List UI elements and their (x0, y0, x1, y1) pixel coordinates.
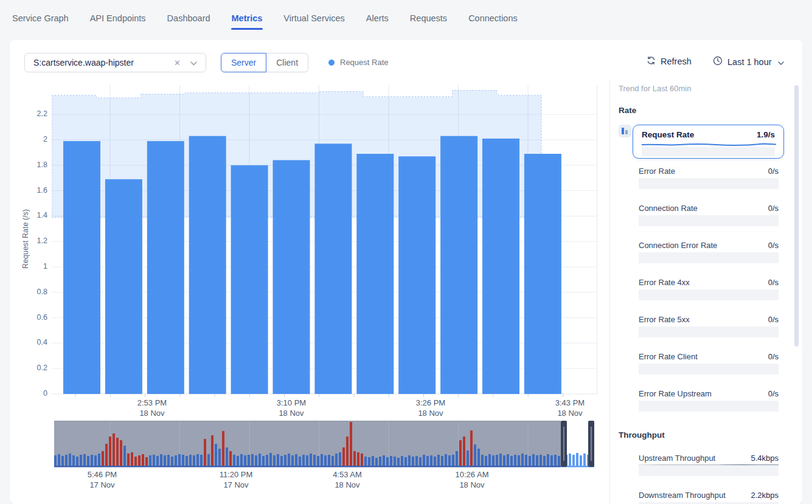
section-title-rate: Rate (619, 106, 636, 115)
metric-value: 0/s (768, 352, 779, 361)
x-axis-label: 3:43 PM18 Nov (543, 398, 597, 418)
metrics-panel: S:cartservice.waap-hipster ✕ Server Clie… (10, 40, 802, 504)
sparkline-area (639, 401, 779, 412)
metric-value: 0/s (768, 315, 779, 324)
metric-item-upstream-throughput[interactable]: Upstream Throughput5.4kbps (639, 454, 779, 478)
metric-value: 2.2kbps (751, 491, 779, 500)
metric-item-error-rate[interactable]: Error Rate0/s (639, 167, 779, 191)
nav-tab-metrics[interactable]: Metrics (232, 0, 263, 36)
metric-label: Error Rate Client (639, 352, 698, 361)
metric-label: Error Rate 4xx (639, 278, 690, 287)
x-axis-label: 3:10 PM18 Nov (264, 398, 319, 418)
metric-item-connection-rate[interactable]: Connection Rate0/s (639, 204, 779, 228)
metric-value: 1.9/s (757, 130, 775, 139)
nav-tab-service-graph[interactable]: Service Graph (12, 0, 69, 36)
server-toggle-button[interactable]: Server (221, 53, 266, 72)
metric-label: Error Rate (639, 167, 675, 176)
sparkline-area (639, 215, 779, 226)
legend-dot-icon (328, 60, 335, 66)
chart-legend: Request Rate (328, 58, 389, 67)
clear-icon[interactable]: ✕ (174, 58, 181, 67)
timeline-navigator-chart[interactable] (54, 421, 594, 471)
refresh-icon (647, 56, 656, 67)
metric-label: Downstream Throughput (639, 491, 726, 500)
metric-item-error-rate-5xx[interactable]: Error Rate 5xx0/s (639, 315, 779, 339)
sparkline-area (639, 465, 779, 476)
metric-item-connection-error-rate[interactable]: Connection Error Rate0/s (639, 241, 779, 265)
chevron-down-icon (778, 57, 784, 67)
sparkline-area (642, 147, 775, 156)
clock-icon (713, 56, 723, 67)
metric-item-downstream-throughput[interactable]: Downstream Throughput2.2kbps (639, 491, 779, 504)
metric-item-error-rate-4xx[interactable]: Error Rate 4xx0/s (639, 278, 779, 302)
sidebar-divider (609, 79, 610, 504)
sparkline-area (639, 289, 779, 300)
nav-tab-requests[interactable]: Requests (410, 0, 447, 36)
time-range-label: Last 1 hour (727, 57, 772, 67)
metric-value: 5.4kbps (751, 454, 779, 463)
legend-label: Request Rate (340, 58, 389, 67)
metric-value: 0/s (768, 389, 779, 398)
metric-value: 0/s (768, 167, 779, 176)
time-range-selector[interactable]: Last 1 hour (713, 56, 784, 67)
bar-chart-icon (619, 125, 631, 137)
metric-value: 0/s (768, 278, 779, 287)
service-selector-value: S:cartservice.waap-hipster (33, 58, 174, 67)
server-client-toggle: Server Client (221, 53, 308, 72)
metric-value: 0/s (768, 241, 779, 250)
nav-tab-dashboard[interactable]: Dashboard (167, 0, 210, 36)
metric-label: Connection Error Rate (639, 241, 717, 250)
trend-title: Trend for Last 60min (619, 84, 691, 93)
metric-value: 0/s (768, 204, 779, 213)
metric-item-error-rate-client[interactable]: Error Rate Client0/s (639, 352, 779, 376)
x-axis-label: 2:53 PM18 Nov (125, 398, 179, 418)
metric-item-error-rate-upstream[interactable]: Error Rate Upstream0/s (639, 389, 779, 413)
sparkline-area (639, 326, 779, 337)
section-title-throughput: Throughput (619, 430, 665, 440)
sparkline-area (639, 252, 779, 263)
nav-tab-alerts[interactable]: Alerts (366, 0, 389, 36)
navigator-axis-label: 11:20 PM17 Nov (209, 469, 263, 490)
sparkline-area (639, 364, 779, 375)
metric-card-request-rate[interactable]: Request Rate 1.9/s (633, 125, 784, 159)
request-rate-bar-chart (52, 85, 597, 400)
service-selector[interactable]: S:cartservice.waap-hipster ✕ (24, 53, 206, 72)
metric-label: Connection Rate (639, 204, 698, 213)
client-toggle-button[interactable]: Client (266, 53, 308, 72)
sparkline-area (639, 178, 779, 189)
chevron-down-icon[interactable] (190, 58, 197, 67)
refresh-label: Refresh (661, 57, 692, 66)
x-axis-label: 3:26 PM18 Nov (403, 398, 458, 418)
nav-tab-virtual-services[interactable]: Virtual Services (283, 0, 344, 36)
sidebar-scrollbar-thumb[interactable] (794, 85, 799, 347)
request-rate-sparkline (642, 141, 776, 147)
nav-tab-connections[interactable]: Connections (468, 0, 518, 36)
metric-label: Error Rate Upstream (639, 389, 712, 398)
navigator-axis-label: 4:53 AM18 Nov (320, 469, 375, 490)
nav-tab-api-endpoints[interactable]: API Endpoints (90, 0, 146, 36)
top-nav: Service GraphAPI EndpointsDashboardMetri… (0, 0, 812, 36)
metric-label: Upstream Throughput (639, 454, 715, 463)
metric-label: Request Rate (642, 130, 694, 139)
navigator-axis-label: 10:26 AM18 Nov (445, 469, 499, 490)
refresh-button[interactable]: Refresh (647, 56, 692, 67)
metric-label: Error Rate 5xx (639, 315, 690, 324)
navigator-axis-label: 5:46 PM17 Nov (75, 469, 130, 490)
